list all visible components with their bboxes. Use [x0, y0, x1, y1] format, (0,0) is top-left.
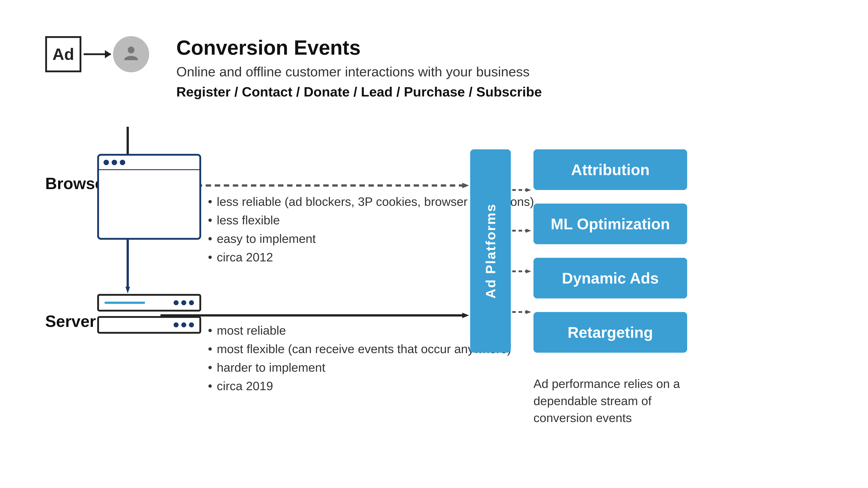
browser-titlebar [99, 156, 199, 170]
dynamic-ads-box: Dynamic Ads [533, 258, 687, 298]
ad-platforms-block: Ad Platforms [470, 149, 511, 353]
server-label: Server [45, 312, 96, 330]
svg-marker-9 [462, 313, 469, 318]
ad-label: Ad [53, 45, 74, 64]
svg-marker-7 [462, 183, 469, 188]
conversion-events-title: Conversion Events [176, 36, 823, 59]
server-dot-6 [189, 322, 194, 327]
main-container: Ad Conversion Events Online and offline … [0, 0, 868, 488]
svg-marker-11 [526, 188, 531, 192]
server-dot-5 [181, 322, 186, 327]
person-icon [121, 44, 141, 64]
performance-note: Ad performance relies on a dependable st… [533, 375, 692, 427]
server-bullet-4: circa 2019 [208, 379, 511, 393]
top-section: Ad Conversion Events Online and offline … [45, 36, 823, 100]
server-dot-1 [174, 300, 179, 305]
browser-dot-1 [103, 160, 109, 165]
server-illustration [97, 294, 201, 334]
browser-window [97, 154, 201, 240]
ml-optimization-label: ML Optimization [551, 215, 670, 233]
attribution-label: Attribution [571, 161, 649, 178]
user-avatar [113, 36, 149, 72]
server-rack-1 [97, 294, 201, 312]
server-dots-2 [174, 322, 194, 327]
server-dot-3 [189, 300, 194, 305]
retargeting-box: Retargeting [533, 312, 687, 353]
ad-to-user-arrow [84, 53, 111, 55]
server-dot-2 [181, 300, 186, 305]
server-bullets: most reliable most flexible (can receive… [208, 323, 511, 397]
server-bullet-list: most reliable most flexible (can receive… [208, 323, 511, 393]
retargeting-label: Retargeting [567, 324, 653, 341]
ad-box: Ad [45, 36, 81, 72]
browser-dot-3 [120, 160, 125, 165]
ad-platforms-label: Ad Platforms [483, 203, 498, 298]
diagram-wrapper: Browser less reliable (ad blockers, 3P c… [45, 127, 823, 443]
attribution-box: Attribution [533, 149, 687, 190]
server-bullet-3: harder to implement [208, 360, 511, 375]
ad-user-flow: Ad [45, 36, 149, 72]
server-line-1 [104, 302, 145, 304]
server-bullet-2: most flexible (can receive events that o… [208, 342, 511, 356]
browser-dot-2 [112, 160, 117, 165]
server-dots-1 [174, 300, 194, 305]
svg-marker-5 [125, 287, 130, 293]
feature-boxes: Attribution ML Optimization Dynamic Ads … [533, 149, 687, 353]
conversion-text-block: Conversion Events Online and offline cus… [176, 36, 823, 100]
conversion-subtitle: Online and offline customer interactions… [176, 64, 823, 79]
server-dot-4 [174, 322, 179, 327]
server-bullet-1: most reliable [208, 323, 511, 337]
conversion-types: Register / Contact / Donate / Lead / Pur… [176, 84, 823, 100]
dynamic-ads-label: Dynamic Ads [562, 269, 659, 287]
ml-optimization-box: ML Optimization [533, 203, 687, 244]
server-rack-2 [97, 316, 201, 334]
svg-marker-15 [526, 269, 531, 273]
svg-point-0 [128, 46, 134, 53]
svg-marker-17 [526, 310, 531, 314]
